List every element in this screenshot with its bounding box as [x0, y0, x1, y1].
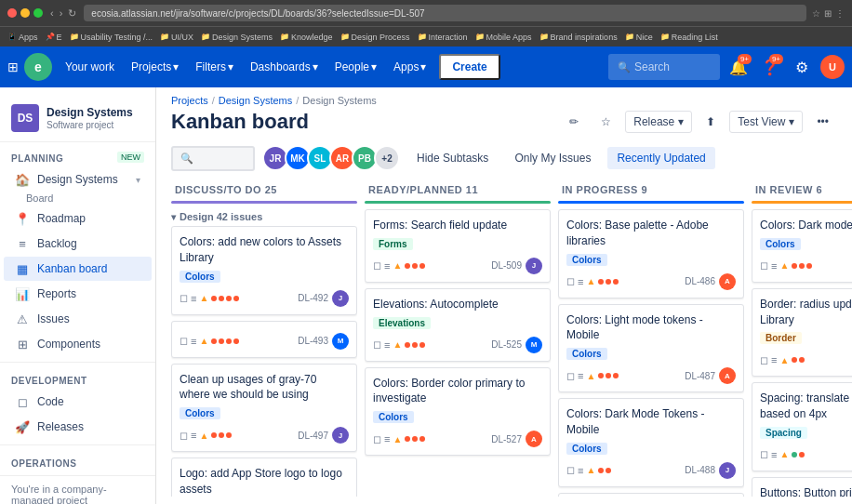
column-in-review: IN REVIEW 6 Colors: Dark mode tokens - W… [752, 179, 852, 497]
notifications-button[interactable]: 🔔 9+ [726, 54, 752, 80]
avatar-more[interactable]: +2 [374, 145, 400, 171]
dashboards-nav[interactable]: Dashboards ▾ [243, 57, 326, 77]
bookmark-e[interactable]: 📌E [46, 33, 62, 42]
backlog-icon: ≡ [15, 236, 30, 251]
card-dl510[interactable]: Logo: add App Store logo to logo assets … [171, 458, 357, 497]
minimize-window-btn[interactable] [20, 8, 30, 18]
bookmark-usability[interactable]: 📁Usability Testing /... [70, 33, 153, 42]
dot-3 [419, 436, 425, 442]
bookmark-brand[interactable]: 📁Brand inspirations [539, 33, 618, 42]
settings-button[interactable]: ⚙ [789, 54, 815, 80]
bookmark-reading[interactable]: 📁Reading List [660, 33, 718, 42]
card-title: Colors: Dark Mode Tokens - Mobile [566, 406, 736, 438]
sidebar-item-components[interactable]: ⊞ Components [4, 332, 152, 356]
card-dl487[interactable]: Colors: Light mode tokens - Mobile Color… [558, 304, 744, 393]
card-assignee: J [332, 427, 349, 444]
sidebar-divider [0, 362, 155, 363]
board-search-box[interactable]: 🔍 [171, 146, 255, 171]
extensions-icon[interactable]: ⊞ [824, 8, 832, 19]
sidebar-footer: You're in a company-managed project Lear… [0, 475, 155, 504]
card-dl486[interactable]: Colors: Base palette - Adobe libraries C… [558, 209, 744, 298]
in-review-cards: Colors: Dark mode tokens - Web Colors ◻ … [752, 209, 852, 497]
recently-updated-button[interactable]: Recently Updated [607, 147, 714, 169]
breadcrumb-projects[interactable]: Projects [171, 95, 208, 106]
share-button[interactable]: ⬆ [698, 111, 724, 133]
grid-menu-icon[interactable]: ⊞ [7, 60, 19, 74]
forward-btn[interactable]: › [58, 7, 65, 19]
projects-nav[interactable]: Projects ▾ [124, 57, 186, 77]
subtask-icon: ≡ [191, 430, 196, 441]
sidebar-item-kanban[interactable]: ▦ Kanban board [4, 257, 152, 281]
bookmark-design-process[interactable]: 📁Design Process [340, 33, 410, 42]
card-buttons-primary[interactable]: Buttons: Button primary ◻ ≡ A [752, 477, 852, 497]
card-icons[interactable]: Icons: internal icons replacements in As… [558, 493, 744, 497]
bookmark-nice[interactable]: 📁Nice [625, 33, 653, 42]
card-title: Colors: Dark mode tokens - Web [760, 218, 852, 233]
card-tag: Spacing [760, 427, 807, 439]
star-board-button[interactable]: ☆ [592, 111, 619, 133]
card-meta: ◻ ≡ ▲ DL-483 J [760, 446, 852, 463]
top-search-box[interactable]: 🔍 Search [608, 54, 720, 80]
card-dl497[interactable]: Clean up usages of gray-70 where we shou… [171, 364, 357, 453]
bookmark-interaction[interactable]: 📁Interaction [418, 33, 468, 42]
avatar-group: JR MK SL AR PB +2 [262, 145, 400, 171]
bookmark-design-systems[interactable]: 📁Design Systems [201, 33, 273, 42]
dot-1 [211, 296, 217, 301]
filters-nav[interactable]: Filters ▾ [188, 57, 241, 77]
breadcrumb-design-systems-1[interactable]: Design Systems [219, 95, 292, 106]
help-button[interactable]: ❓ 9+ [757, 54, 783, 80]
sidebar-item-reports[interactable]: 📊 Reports [4, 282, 152, 306]
card-dl483[interactable]: Spacing: translate into new scale based … [752, 382, 852, 471]
bookmark-uiux[interactable]: 📁UI/UX [160, 33, 193, 42]
more-actions-button[interactable]: ••• [808, 111, 837, 133]
your-work-nav[interactable]: Your work [58, 57, 122, 77]
design-group-label: Design 42 issues [180, 211, 262, 222]
subtask-icon: ≡ [191, 293, 196, 304]
pencil-button[interactable]: ✏ [561, 111, 587, 133]
card-tag: Colors [760, 238, 801, 250]
address-bar[interactable]: ecosia.atlassian.net/jira/software/c/pro… [84, 5, 806, 21]
menu-icon[interactable]: ⋮ [835, 8, 845, 19]
sidebar-item-issues[interactable]: ⚠ Issues [4, 307, 152, 331]
close-window-btn[interactable] [7, 8, 17, 18]
dot-3 [226, 432, 232, 438]
board-area: DISCUSS/TO DO 25 ▾ Design 42 issues Colo… [156, 179, 852, 504]
code-label: Code [37, 395, 64, 408]
create-button[interactable]: Create [439, 54, 499, 80]
sidebar-item-roadmap[interactable]: 📍 Roadmap [4, 206, 152, 231]
card-dl509[interactable]: Forms: Search field update Forms ◻ ≡ ▲ [365, 209, 551, 283]
apps-nav[interactable]: Apps ▾ [386, 57, 433, 77]
star-icon[interactable]: ☆ [812, 8, 820, 19]
bookmark-apps[interactable]: 📱Apps [7, 33, 38, 42]
card-tag: Colors [373, 411, 414, 423]
column-header-in-review: IN REVIEW 6 [752, 179, 852, 201]
back-btn[interactable]: ‹ [48, 7, 56, 19]
card-dl492[interactable]: Colors: add new colors to Assets Library… [171, 226, 357, 315]
maximize-window-btn[interactable] [33, 8, 43, 18]
sidebar-item-design-systems[interactable]: 🏠 Design Systems ▾ [4, 167, 152, 192]
refresh-btn[interactable]: ↻ [66, 7, 78, 20]
card-dl488[interactable]: Colors: Dark Mode Tokens - Mobile Colors… [558, 398, 744, 487]
card-dl482[interactable]: Colors: Dark mode tokens - Web Colors ◻ … [752, 209, 852, 283]
dot-2 [412, 436, 418, 442]
story-icon: ◻ [180, 292, 188, 304]
card-dots [211, 432, 232, 438]
card-title: Clean up usages of gray-70 where we shou… [180, 372, 349, 404]
user-avatar[interactable]: U [820, 55, 845, 79]
dot-1 [405, 436, 410, 442]
sidebar-item-releases[interactable]: 🚀 Releases [4, 415, 152, 439]
people-nav[interactable]: People ▾ [327, 57, 384, 77]
sidebar-item-backlog[interactable]: ≡ Backlog [4, 232, 152, 256]
hide-subtasks-button[interactable]: Hide Subtasks [407, 147, 498, 169]
bookmark-mobile-apps[interactable]: 📁Mobile Apps [475, 33, 532, 42]
card-dl527[interactable]: Colors: Border color primary to investig… [365, 367, 551, 457]
release-button[interactable]: Release ▾ [625, 111, 692, 133]
sidebar-item-code[interactable]: ◻ Code [4, 390, 152, 414]
card-dl525[interactable]: Elevations: Autocomplete Elevations ◻ ≡ … [365, 288, 551, 362]
bookmark-knowledge[interactable]: 📁Knowledge [280, 33, 333, 42]
test-view-button[interactable]: Test View ▾ [729, 111, 803, 133]
story-icon: ◻ [373, 259, 381, 272]
card-dl501[interactable]: Border: radius update in Web Library Bor… [752, 288, 852, 378]
card-dl493[interactable]: ◻ ≡ ▲ DL- [171, 321, 357, 358]
only-my-issues-button[interactable]: Only My Issues [505, 147, 600, 169]
